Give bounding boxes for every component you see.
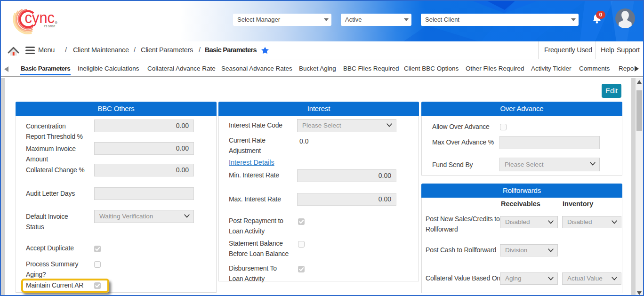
svg-text:It's Smart: It's Smart xyxy=(44,24,55,28)
svg-text:®: ® xyxy=(55,21,58,24)
svg-text:cync: cync xyxy=(25,9,55,26)
